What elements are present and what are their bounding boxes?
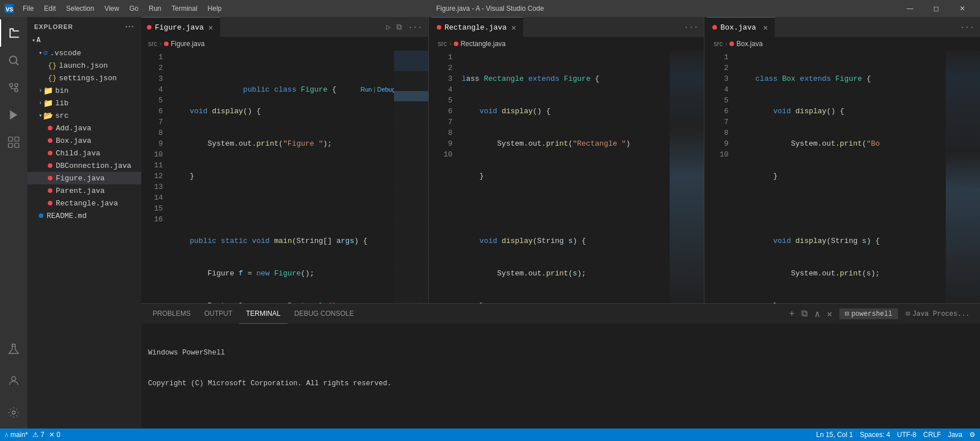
status-position[interactable]: Ln 15, Col 1 — [816, 431, 853, 439]
titlebar: VS File Edit Selection View Go Run Termi… — [0, 0, 980, 17]
minimap-3 — [946, 51, 980, 303]
add-terminal-icon[interactable]: + — [787, 308, 797, 320]
close-tab-button[interactable]: ✕ — [510, 22, 517, 34]
run-icon[interactable]: ▷ — [384, 21, 393, 33]
activity-search[interactable] — [0, 47, 27, 74]
tree-item-figure[interactable]: Figure.java — [27, 172, 141, 184]
titlebar-menu[interactable]: File Edit Selection View Go Run Terminal… — [18, 3, 226, 14]
status-line-endings[interactable]: CRLF — [923, 431, 941, 439]
more-actions-icon[interactable]: ··· — [958, 22, 977, 33]
sidebar-more-actions[interactable]: ··· — [125, 22, 134, 32]
tree-item-vscode[interactable]: ▾ ⚙ .vscode — [27, 47, 141, 59]
error-indicator — [437, 25, 441, 30]
info-dot — [39, 213, 43, 218]
activity-explorer[interactable] — [0, 19, 27, 47]
breadcrumb-sep: › — [725, 40, 727, 48]
menu-go[interactable]: Go — [125, 3, 143, 14]
terminal-tab-java[interactable]: ⊡ Java Proces... — [900, 308, 975, 319]
status-language[interactable]: Java — [948, 431, 962, 439]
tree-item-add[interactable]: Add.java — [27, 122, 141, 134]
menu-edit[interactable]: Edit — [39, 3, 60, 14]
more-actions-icon[interactable]: ··· — [405, 22, 424, 33]
menu-terminal[interactable]: Terminal — [167, 3, 202, 14]
tab-output[interactable]: OUTPUT — [198, 304, 239, 324]
tree-item-parent[interactable]: Parent.java — [27, 184, 141, 197]
tab-box[interactable]: Box.java ✕ — [707, 17, 775, 37]
tab-debug-console[interactable]: DEBUG CONSOLE — [288, 304, 361, 324]
tree-item-child[interactable]: Child.java — [27, 147, 141, 159]
tree-item-readme[interactable]: README.md — [27, 209, 141, 222]
split-editor-icon[interactable]: ⧉ — [394, 22, 404, 33]
run-debug-inline: Run | Debug — [329, 73, 394, 106]
close-tab-button[interactable]: ✕ — [762, 22, 769, 34]
json-file-icon: {} — [48, 74, 57, 83]
line-numbers-3: 12345 678910 — [707, 51, 735, 303]
tab-actions-2[interactable]: ··· — [678, 17, 704, 37]
menu-file[interactable]: File — [18, 3, 38, 14]
breadcrumb-sep: › — [159, 40, 162, 48]
chevron-down-icon: ▾ — [39, 50, 42, 56]
status-warnings[interactable]: ⚠ 7 — [32, 431, 44, 439]
menu-view[interactable]: View — [100, 3, 124, 14]
close-tab-button[interactable]: ✕ — [207, 22, 214, 34]
activity-source-control[interactable] — [0, 74, 27, 101]
tree-item-launch[interactable]: {} launch.json — [27, 59, 141, 72]
more-actions-icon[interactable]: ··· — [682, 22, 700, 33]
editor-area: Figure.java ✕ ▷ ⧉ ··· src › — [141, 17, 980, 428]
folder-icon: ⚙ — [43, 48, 48, 57]
svg-point-2 — [10, 56, 17, 64]
breadcrumb-src: src — [148, 40, 157, 48]
tab-problems[interactable]: PROBLEMS — [146, 304, 198, 324]
menu-help[interactable]: Help — [203, 3, 227, 14]
panel-actions[interactable]: + ⧉ ∧ ✕ — [787, 307, 835, 321]
tree-item-box[interactable]: Box.java — [27, 134, 141, 147]
status-errors[interactable]: ✕ 0 — [49, 431, 60, 439]
terminal-icon: ⊡ — [845, 310, 849, 318]
terminal-tab-powershell[interactable]: ⊡ powershell — [839, 308, 898, 319]
tab-actions-1[interactable]: ▷ ⧉ ··· — [380, 17, 428, 37]
tree-root-a[interactable]: ▾ A — [27, 34, 141, 47]
status-settings-icon[interactable]: ⚙ — [969, 431, 975, 439]
error-dot — [454, 42, 458, 46]
activity-run[interactable] — [0, 101, 27, 129]
chevron-right-icon: › — [39, 100, 42, 106]
menu-run[interactable]: Run — [144, 3, 166, 14]
tab-terminal[interactable]: TERMINAL — [239, 304, 288, 324]
activity-settings[interactable] — [0, 399, 27, 426]
tree-item-rectangle[interactable]: Rectangle.java — [27, 197, 141, 209]
maximize-panel-icon[interactable]: ∧ — [812, 307, 822, 321]
tree-item-label: Box.java — [56, 137, 91, 145]
close-button[interactable]: ✕ — [949, 0, 975, 17]
status-spaces[interactable]: Spaces: 4 — [860, 431, 890, 439]
terminal-content[interactable]: Windows PowerShell Copyright (C) Microso… — [141, 324, 980, 428]
chevron-right-icon: › — [39, 88, 42, 94]
split-terminal-icon[interactable]: ⧉ — [799, 307, 810, 320]
sidebar: Explorer ··· ▾ A ▾ ⚙ .vscode {} launch.j… — [27, 17, 141, 428]
code-content-3[interactable]: class Box extends Figure { void display(… — [735, 51, 946, 303]
tree-item-src[interactable]: ▾ 📂 src — [27, 109, 141, 122]
tree-item-settings[interactable]: {} settings.json — [27, 72, 141, 84]
activity-account[interactable] — [0, 367, 27, 394]
status-encoding[interactable]: UTF-8 — [897, 431, 916, 439]
titlebar-controls[interactable]: — ◻ ✕ — [897, 0, 975, 17]
menu-selection[interactable]: Selection — [61, 3, 99, 14]
activity-extensions[interactable] — [0, 129, 27, 156]
activity-testing[interactable] — [0, 335, 27, 362]
tree-item-bin[interactable]: › 📁 bin — [27, 84, 141, 97]
close-panel-icon[interactable]: ✕ — [825, 307, 835, 321]
status-branch[interactable]: ⑃ main* — [5, 431, 28, 439]
svg-point-17 — [11, 377, 15, 381]
code-content-1[interactable]: public class Figure { Run | Debug void d… — [170, 51, 394, 303]
error-indicator — [712, 25, 717, 30]
editors-wrapper: Figure.java ✕ ▷ ⧉ ··· src › — [141, 17, 980, 428]
tab-figure[interactable]: Figure.java ✕ — [141, 17, 220, 37]
maximize-button[interactable]: ◻ — [923, 0, 949, 17]
tree-item-dbconnection[interactable]: DBConnection.java — [27, 159, 141, 172]
tab-actions-3[interactable]: ··· — [954, 17, 980, 37]
tab-rectangle[interactable]: Rectangle.java ✕ — [431, 17, 524, 37]
terminal-line-2: Copyright (C) Microsoft Corporation. All… — [148, 378, 973, 389]
tree-item-lib[interactable]: › 📁 lib — [27, 97, 141, 109]
code-content-2[interactable]: lass Rectangle extends Figure { void dis… — [460, 51, 670, 303]
minimize-button[interactable]: — — [897, 0, 923, 17]
tree-item-label: Add.java — [56, 124, 91, 133]
